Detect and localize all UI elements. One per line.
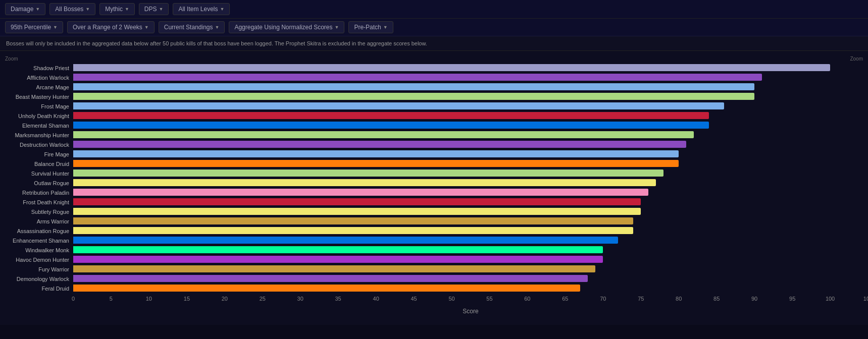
x-tick-label: 60	[524, 296, 530, 302]
spec-bar	[73, 189, 648, 196]
spec-label: Shadow Priest	[0, 65, 73, 71]
bar-area	[73, 207, 868, 216]
spec-bar	[73, 246, 603, 253]
spec-label: Affliction Warlock	[0, 75, 73, 81]
chart-row: Subtlety Rogue	[0, 207, 868, 216]
spec-bar	[73, 74, 762, 81]
spec-label: Arcane Mage	[0, 84, 73, 90]
percentile-arrow: ▼	[53, 25, 58, 30]
x-tick-label: 25	[260, 296, 266, 302]
standings-button[interactable]: Current Standings ▼	[159, 21, 225, 33]
x-axis-label: Score	[73, 306, 868, 315]
spec-bar	[73, 198, 641, 205]
all-item-levels-button[interactable]: All Item Levels ▼	[173, 3, 230, 15]
x-tick-label: 10	[146, 296, 152, 302]
chart-row: Windwalker Monk	[0, 246, 868, 255]
spec-label: Demonology Warlock	[0, 276, 73, 282]
spec-label: Assassination Rogue	[0, 228, 73, 234]
dps-button[interactable]: DPS ▼	[139, 3, 169, 15]
percentile-button[interactable]: 95th Percentile ▼	[5, 21, 63, 33]
x-tick-label: 95	[789, 296, 795, 302]
chart-row: Outlaw Rogue	[0, 179, 868, 188]
chart-row: Demonology Warlock	[0, 274, 868, 284]
range-arrow: ▼	[144, 25, 149, 30]
range-button[interactable]: Over a Range of 2 Weeks ▼	[67, 21, 155, 33]
zoom-right[interactable]: Zoom	[850, 56, 863, 62]
spec-label: Enhancement Shaman	[0, 238, 73, 244]
chart-row: Assassination Rogue	[0, 227, 868, 236]
info-bar: Bosses will only be included in the aggr…	[0, 36, 868, 51]
chart-row: Frost Mage	[0, 102, 868, 111]
x-tick-label: 80	[676, 296, 682, 302]
spec-bar	[73, 83, 754, 90]
aggregate-button[interactable]: Aggregate Using Normalized Scores ▼	[229, 21, 344, 33]
chart-row: Balance Druid	[0, 159, 868, 168]
spec-bar	[73, 285, 580, 292]
chart-row: Shadow Priest	[0, 64, 868, 73]
chart-row: Arcane Mage	[0, 83, 868, 92]
spec-bar	[73, 265, 595, 272]
bar-area	[73, 179, 868, 188]
spec-bar	[73, 179, 656, 186]
x-tick-label: 20	[222, 296, 228, 302]
prepatch-arrow: ▼	[383, 25, 388, 30]
x-tick-label: 65	[562, 296, 568, 302]
chart-row: Enhancement Shaman	[0, 236, 868, 245]
spec-bar	[73, 160, 679, 167]
all-bosses-button[interactable]: All Bosses ▼	[49, 3, 95, 15]
info-text: Bosses will only be included in the aggr…	[6, 40, 427, 46]
damage-button[interactable]: Damage ▼	[5, 3, 45, 15]
x-tick-label: 40	[373, 296, 379, 302]
spec-bar	[73, 131, 694, 138]
x-tick-label: 0	[72, 296, 75, 302]
spec-label: Survival Hunter	[0, 171, 73, 177]
zoom-left[interactable]: Zoom	[5, 56, 18, 62]
chart-row: Retribution Paladin	[0, 188, 868, 197]
spec-label: Arms Warrior	[0, 218, 73, 224]
spec-label: Balance Druid	[0, 161, 73, 167]
spec-label: Elemental Shaman	[0, 123, 73, 129]
bar-area	[73, 111, 868, 121]
bar-area	[73, 217, 868, 226]
bar-area	[73, 73, 868, 82]
mythic-arrow: ▼	[125, 7, 129, 12]
bar-area	[73, 150, 868, 159]
spec-bar	[73, 208, 641, 215]
bar-area	[73, 92, 868, 101]
x-tick-label: 70	[600, 296, 606, 302]
damage-arrow: ▼	[35, 7, 40, 12]
spec-bar	[73, 170, 663, 177]
x-tick-label: 100	[826, 296, 835, 302]
chart-row: Unholy Death Knight	[0, 111, 868, 121]
second-nav: 95th Percentile ▼ Over a Range of 2 Week…	[0, 19, 868, 36]
x-tick-label: 90	[751, 296, 757, 302]
spec-label: Havoc Demon Hunter	[0, 257, 73, 263]
bar-area	[73, 227, 868, 236]
spec-label: Beast Mastery Hunter	[0, 94, 73, 100]
x-tick-label: 15	[184, 296, 190, 302]
spec-bar	[73, 102, 724, 109]
chart-container: Zoom Zoom Shadow PriestAffliction Warloc…	[0, 51, 868, 325]
x-tick-label: 105	[863, 296, 868, 302]
spec-label: Retribution Paladin	[0, 190, 73, 196]
prepatch-button[interactable]: Pre-Patch ▼	[348, 21, 393, 33]
bar-area	[73, 236, 868, 245]
chart-rows: Shadow PriestAffliction WarlockArcane Ma…	[0, 64, 868, 294]
bar-area	[73, 274, 868, 284]
standings-arrow: ▼	[215, 25, 220, 30]
spec-label: Frost Death Knight	[0, 199, 73, 205]
chart-row: Arms Warrior	[0, 217, 868, 226]
top-nav: Damage ▼ All Bosses ▼ Mythic ▼ DPS ▼ All…	[0, 0, 868, 19]
bar-area	[73, 121, 868, 130]
x-tick-label: 55	[486, 296, 492, 302]
spec-bar	[73, 217, 633, 224]
chart-row: Fire Mage	[0, 150, 868, 159]
spec-bar	[73, 237, 618, 244]
spec-bar	[73, 122, 709, 129]
bar-area	[73, 102, 868, 111]
bar-area	[73, 64, 868, 73]
mythic-button[interactable]: Mythic ▼	[99, 3, 135, 15]
spec-label: Outlaw Rogue	[0, 180, 73, 186]
spec-bar	[73, 275, 588, 282]
bar-area	[73, 131, 868, 140]
